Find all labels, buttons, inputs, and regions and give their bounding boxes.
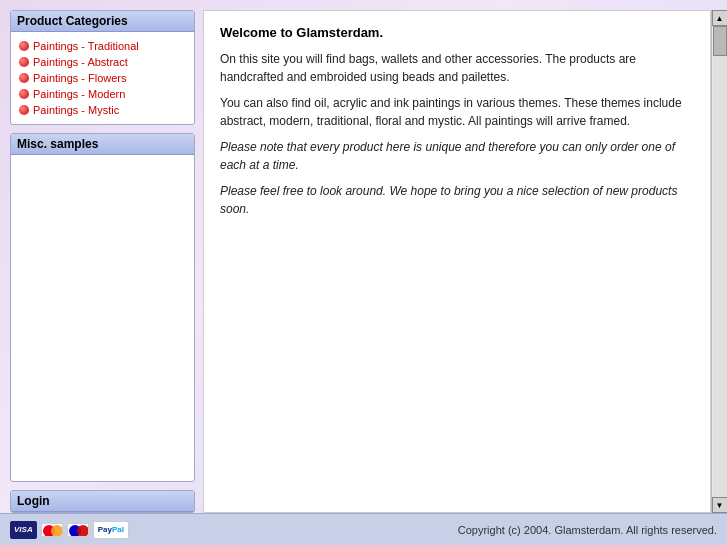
content-paragraph-1: On this site you will find bags, wallets… <box>220 50 694 86</box>
bullet-icon <box>19 89 29 99</box>
content-italic-2: Please feel free to look around. We hope… <box>220 182 694 218</box>
content-paragraph-2: You can also find oil, acrylic and ink p… <box>220 94 694 130</box>
category-item-modern[interactable]: Paintings - Modern <box>15 86 190 102</box>
product-categories-header: Product Categories <box>11 11 194 32</box>
content-body: On this site you will find bags, wallets… <box>220 50 694 218</box>
scroll-track[interactable] <box>713 26 727 497</box>
category-label: Paintings - Modern <box>33 88 125 100</box>
content-scroll[interactable]: Welcome to Glamsterdam. On this site you… <box>203 10 711 513</box>
footer-payment-icons: VISA PayPal <box>10 521 129 539</box>
category-label: Paintings - Flowers <box>33 72 127 84</box>
category-item-traditional[interactable]: Paintings - Traditional <box>15 38 190 54</box>
category-label: Paintings - Abstract <box>33 56 128 68</box>
content-area: Welcome to Glamsterdam. On this site you… <box>203 10 727 513</box>
mastercard-icon <box>41 523 63 537</box>
content-italic-1: Please note that every product here is u… <box>220 138 694 174</box>
category-item-abstract[interactable]: Paintings - Abstract <box>15 54 190 70</box>
login-header: Login <box>11 491 194 512</box>
vertical-scrollbar: ▲ ▼ <box>711 10 727 513</box>
product-categories-box: Product Categories Paintings - Tradition… <box>10 10 195 125</box>
misc-samples-header: Misc. samples <box>11 134 194 155</box>
bullet-icon <box>19 41 29 51</box>
misc-samples-content <box>11 155 194 255</box>
maestro-icon <box>67 523 89 537</box>
categories-list: Paintings - Traditional Paintings - Abst… <box>11 32 194 124</box>
footer-copyright: Copyright (c) 2004. Glamsterdam. All rig… <box>458 524 717 536</box>
scroll-up-button[interactable]: ▲ <box>712 10 728 26</box>
misc-samples-box: Misc. samples <box>10 133 195 482</box>
category-item-mystic[interactable]: Paintings - Mystic <box>15 102 190 118</box>
category-label: Paintings - Mystic <box>33 104 119 116</box>
sidebar: Product Categories Paintings - Tradition… <box>10 10 195 513</box>
bullet-icon <box>19 73 29 83</box>
login-box: Login <box>10 490 195 513</box>
bullet-icon <box>19 57 29 67</box>
footer: VISA PayPal Copyright (c) 2004. Glamster… <box>0 513 727 545</box>
scroll-thumb[interactable] <box>713 26 727 56</box>
scroll-down-button[interactable]: ▼ <box>712 497 728 513</box>
category-label: Paintings - Traditional <box>33 40 139 52</box>
visa-icon: VISA <box>10 521 37 539</box>
category-item-flowers[interactable]: Paintings - Flowers <box>15 70 190 86</box>
content-title: Welcome to Glamsterdam. <box>220 25 694 40</box>
bullet-icon <box>19 105 29 115</box>
paypal-icon: PayPal <box>93 521 129 539</box>
